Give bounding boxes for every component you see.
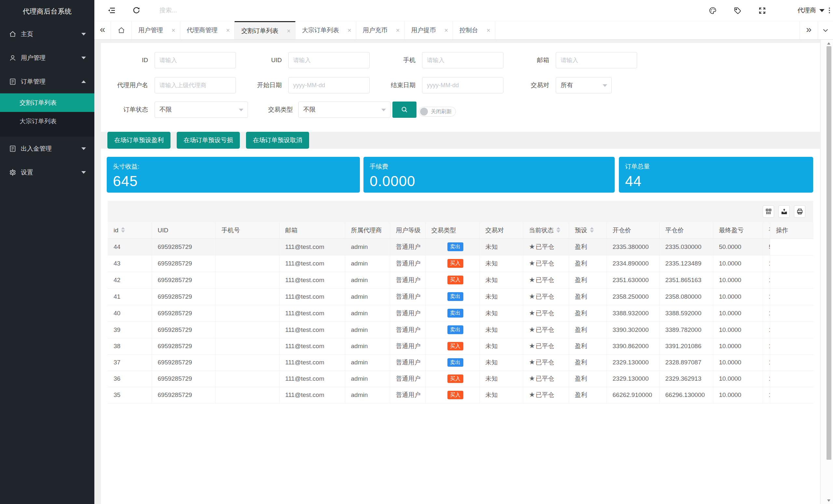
- column-header-id[interactable]: id: [108, 222, 152, 239]
- tab-close-icon[interactable]: ×: [226, 27, 230, 33]
- cell-close: 2328.897087: [659, 354, 713, 370]
- sidebar-item-settings[interactable]: 设置: [0, 161, 94, 184]
- tag-icon[interactable]: [733, 6, 742, 15]
- column-header-open: 开仓价: [606, 222, 659, 239]
- preset-loss-button[interactable]: 在场订单预设亏损: [177, 132, 240, 149]
- sell-badge: 卖出: [447, 309, 463, 317]
- sidebar-item-home[interactable]: 主页: [0, 22, 94, 46]
- filter-panel: ID UID 手机 邮箱: [101, 43, 820, 132]
- chevron-down-icon: [381, 109, 386, 111]
- start-date-input[interactable]: [288, 77, 370, 93]
- cell-phone: [215, 288, 279, 305]
- table-row-37: 376959285729111@test.comadmin普通用户卖出未知★已平…: [108, 354, 813, 370]
- agent-input[interactable]: [154, 77, 236, 93]
- tab-close-icon[interactable]: ×: [287, 28, 291, 34]
- sidebar-subitem-delivery-orders[interactable]: 交割订单列表: [0, 93, 94, 112]
- sidebar-subitem-block-orders[interactable]: 大宗订单列表: [0, 112, 94, 130]
- cell-level: 普通用户: [390, 255, 425, 272]
- cell-type: 买入: [425, 272, 479, 288]
- cell-op: [770, 255, 813, 272]
- export-icon[interactable]: [778, 205, 790, 218]
- column-header-agent: 所属代理商: [345, 222, 390, 239]
- sell-badge: 卖出: [447, 326, 463, 334]
- stat-cards: 头寸收益: 645 手续费 0.0000 订单总量 44: [107, 157, 820, 193]
- preset-cancel-button[interactable]: 在场订单预设取消: [246, 132, 309, 149]
- cell-phone: [215, 338, 279, 354]
- tabs-scroll-left-icon[interactable]: «: [94, 21, 111, 39]
- buy-badge: 买入: [447, 259, 463, 267]
- sidebar-item-label: 设置: [21, 168, 33, 177]
- column-label: UID: [158, 227, 169, 234]
- tabs-menu-icon[interactable]: [818, 21, 833, 39]
- scroll-up-icon[interactable]: [826, 40, 831, 46]
- search-input[interactable]: [160, 7, 342, 14]
- tab-3[interactable]: 交割订单列表×: [235, 21, 295, 39]
- sidebar-item-funds[interactable]: 出入金管理: [0, 137, 94, 161]
- tabs-scroll-right-icon[interactable]: »: [800, 21, 818, 39]
- stat-value: 0.0000: [370, 173, 615, 189]
- theme-palette-icon[interactable]: [708, 6, 717, 15]
- star-icon: ★: [529, 391, 535, 398]
- email-input[interactable]: [556, 52, 637, 68]
- tab-close-icon[interactable]: ×: [171, 27, 175, 33]
- id-input[interactable]: [154, 52, 236, 68]
- tab-label: 大宗订单列表: [302, 26, 339, 34]
- sidebar-item-orders[interactable]: 订单管理: [0, 70, 94, 93]
- preset-profit-button[interactable]: 在场订单预设盈利: [108, 132, 170, 149]
- cell-uid: 6959285729: [152, 354, 215, 370]
- tab-1[interactable]: 用户管理×: [132, 21, 180, 39]
- vertical-scrollbar[interactable]: [820, 40, 833, 504]
- status-label: 已平仓: [536, 277, 554, 283]
- refresh-icon[interactable]: [132, 6, 141, 15]
- tab-6[interactable]: 用户提币×: [404, 21, 453, 39]
- uid-input[interactable]: [288, 52, 370, 68]
- phone-input[interactable]: [422, 52, 503, 68]
- collapse-sidebar-icon[interactable]: [108, 6, 116, 15]
- tab-close-icon[interactable]: ×: [486, 27, 490, 33]
- cell-op: [770, 338, 813, 354]
- column-settings-icon[interactable]: [763, 205, 774, 218]
- tab-7[interactable]: 控制台×: [453, 21, 495, 39]
- refresh-toggle[interactable]: 关闭刷新: [419, 107, 456, 117]
- scrollbar-thumb[interactable]: [827, 46, 831, 460]
- cell-status: ★已平仓: [523, 305, 569, 321]
- sort-icon[interactable]: [590, 227, 594, 233]
- user-menu[interactable]: 代理商: [798, 6, 825, 15]
- sort-icon[interactable]: [121, 227, 125, 233]
- cell-pair: 未知: [479, 370, 523, 387]
- sort-icon[interactable]: [556, 227, 560, 233]
- cell-open: 3388.932000: [606, 305, 659, 321]
- scroll-down-icon[interactable]: [826, 498, 831, 503]
- cell-uid: 6959285729: [152, 305, 215, 321]
- sidebar-item-users[interactable]: 用户管理: [0, 46, 94, 70]
- end-date-input[interactable]: [422, 77, 503, 93]
- star-icon: ★: [529, 309, 535, 317]
- more-options-icon[interactable]: [827, 6, 832, 15]
- column-header-status[interactable]: 当前状态: [523, 222, 569, 239]
- tab-close-icon[interactable]: ×: [396, 27, 400, 33]
- cell-agent: admin: [345, 305, 390, 321]
- cell-id: 44: [108, 239, 152, 255]
- fullscreen-icon[interactable]: [758, 6, 766, 15]
- tab-5[interactable]: 用户充币×: [356, 21, 405, 39]
- tab-close-icon[interactable]: ×: [348, 27, 352, 33]
- cell-fee: 5.0000: [763, 239, 770, 255]
- pair-select[interactable]: 所有: [556, 77, 612, 93]
- phone-label: 手机: [375, 56, 415, 65]
- tab-2[interactable]: 代理商管理×: [180, 21, 235, 39]
- cell-preset: 盈利: [569, 370, 606, 387]
- tab-home[interactable]: [111, 21, 132, 39]
- tab-4[interactable]: 大宗订单列表×: [295, 21, 356, 39]
- trade-type-select[interactable]: 不限: [299, 101, 390, 118]
- tab-close-icon[interactable]: ×: [444, 27, 448, 33]
- stat-label: 头寸收益:: [113, 162, 360, 171]
- print-icon[interactable]: [794, 205, 805, 218]
- cell-email: 111@test.com: [279, 387, 345, 403]
- cell-close: 3391.201086: [659, 338, 713, 354]
- search-button[interactable]: [392, 101, 416, 118]
- cell-level: 普通用户: [390, 321, 425, 338]
- column-header-preset[interactable]: 预设: [569, 222, 606, 239]
- cell-preset: 盈利: [569, 272, 606, 288]
- column-label: 平仓价: [665, 227, 684, 234]
- order-status-select[interactable]: 不限: [154, 101, 248, 118]
